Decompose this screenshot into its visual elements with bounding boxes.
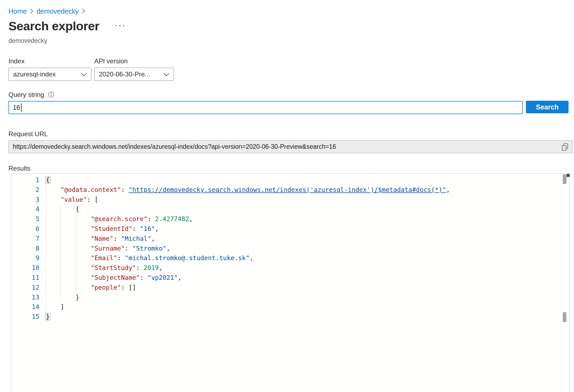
code-token: "Email" — [91, 254, 117, 262]
indent-guide — [76, 283, 76, 293]
line-number: 4 — [11, 204, 39, 214]
matched-bracket: } — [45, 313, 50, 320]
request-url-field[interactable]: https://demovedecky.search.windows.net/i… — [8, 140, 573, 153]
code-text: } — [45, 312, 561, 322]
code-line: 1{ — [11, 175, 561, 185]
code-line: 5"@search.score": 2.4277482, — [11, 214, 561, 224]
query-string-label: Query string — [8, 91, 54, 99]
indent-guide — [60, 244, 61, 254]
line-number: 11 — [11, 273, 39, 283]
code-line: 2"@odata.context": "https://demovedecky.… — [11, 185, 561, 195]
code-token: "vp2021" — [147, 274, 178, 281]
scrollbar-thumb[interactable] — [563, 312, 566, 322]
code-token: "@odata.context" — [60, 186, 121, 193]
api-version-select[interactable]: 2020-06-30-Pre... — [94, 68, 174, 81]
code-text: "StartStudy": 2019, — [45, 263, 561, 273]
indent-guide — [76, 224, 76, 234]
scrollbar-thumb[interactable] — [563, 174, 566, 184]
indent-guide — [76, 263, 76, 273]
indent-guide — [76, 214, 76, 224]
code-token: "StartStudy" — [91, 264, 136, 271]
code-token: ] — [60, 303, 64, 310]
more-options-button[interactable]: ··· — [115, 20, 126, 30]
indent-guide — [60, 214, 61, 224]
indent-guide — [45, 253, 46, 263]
code-text: "@search.score": 2.4277482, — [45, 214, 561, 224]
code-token: : — [132, 225, 140, 232]
code-text: ] — [45, 302, 561, 312]
code-line: 3"value": [ — [11, 195, 561, 205]
code-token: "Michal" — [121, 235, 151, 242]
results-editor[interactable]: 1{2"@odata.context": "https://demovedeck… — [11, 173, 570, 392]
text-cursor — [21, 103, 22, 112]
code-token: "michal.stromko@.student.tuke.sk" — [125, 254, 250, 262]
search-button[interactable]: Search — [526, 101, 569, 113]
code-line: 14] — [11, 302, 561, 312]
indent-guide — [60, 253, 61, 263]
code-token: , — [166, 245, 170, 252]
code-text: "Surname": "Stromko", — [45, 244, 561, 254]
indent-guide — [45, 224, 46, 234]
code-token: { — [76, 206, 79, 213]
breadcrumb-chevron-icon — [30, 8, 33, 16]
code-line: 4{ — [11, 204, 561, 214]
query-input[interactable] — [8, 101, 523, 114]
code-line: 11"SubjectName": "vp2021", — [11, 273, 561, 283]
code-token: "StudentId" — [91, 225, 132, 232]
line-number: 13 — [11, 293, 39, 302]
line-number: 5 — [11, 214, 39, 224]
indent-guide — [45, 263, 46, 273]
code-token: : — [117, 254, 125, 262]
breadcrumb-chevron-icon — [82, 8, 85, 16]
copy-icon[interactable] — [561, 143, 569, 151]
code-rows: 1{2"@odata.context": "https://demovedeck… — [11, 175, 561, 322]
code-text: "Email": "michal.stromko@.student.tuke.s… — [45, 253, 561, 263]
line-number: 9 — [11, 253, 39, 263]
code-token: 2019 — [144, 264, 159, 271]
code-text: { — [45, 204, 561, 214]
code-line: 7"Name": "Michal", — [11, 234, 561, 244]
code-token: : [ — [87, 196, 98, 203]
line-number: 15 — [11, 312, 39, 322]
code-line: 13} — [11, 293, 561, 302]
code-text: { — [45, 175, 561, 185]
search-explorer-page: Home demovedecky Search explorer ··· dem… — [0, 0, 574, 392]
code-token: "people" — [91, 284, 121, 291]
code-token: , — [250, 254, 253, 262]
index-label: Index — [8, 57, 25, 65]
code-token: : — [147, 215, 155, 222]
scrollbar-track-divider — [562, 174, 562, 392]
info-icon[interactable] — [48, 91, 54, 99]
request-url-value: https://demovedecky.search.windows.net/i… — [13, 143, 336, 150]
code-token: "value" — [60, 196, 87, 203]
code-text: "Name": "Michal", — [45, 234, 561, 244]
index-select[interactable]: azuresql-index — [8, 68, 91, 81]
indent-guide — [60, 204, 61, 214]
code-token: "https://demovedecky.search.windows.net/… — [129, 186, 446, 193]
line-number: 12 — [11, 283, 39, 293]
indent-guide — [60, 273, 61, 283]
indent-guide — [45, 273, 46, 283]
line-number: 8 — [11, 244, 39, 254]
line-number: 1 — [11, 175, 39, 185]
breadcrumb-link-demovedecky[interactable]: demovedecky — [37, 7, 79, 15]
code-line: 10"StartStudy": 2019, — [11, 263, 561, 273]
indent-guide — [45, 302, 46, 312]
line-number: 6 — [11, 224, 39, 234]
api-version-select-value: 2020-06-30-Pre... — [99, 70, 150, 78]
breadcrumb-link-home[interactable]: Home — [8, 7, 27, 15]
api-version-label: API version — [94, 57, 128, 65]
code-line: 9"Email": "michal.stromko@.student.tuke.… — [11, 253, 561, 263]
indent-guide — [60, 234, 61, 244]
code-token: , — [151, 235, 155, 242]
code-token: , — [189, 215, 193, 222]
indent-guide — [45, 244, 46, 254]
indent-guide — [45, 204, 46, 214]
code-token: "Name" — [91, 235, 113, 242]
code-text: } — [45, 293, 561, 302]
code-token: , — [155, 225, 159, 232]
code-token: "16" — [140, 225, 155, 232]
code-token: : — [113, 235, 121, 242]
query-string-label-text: Query string — [8, 91, 44, 98]
breadcrumb: Home demovedecky — [8, 7, 85, 16]
